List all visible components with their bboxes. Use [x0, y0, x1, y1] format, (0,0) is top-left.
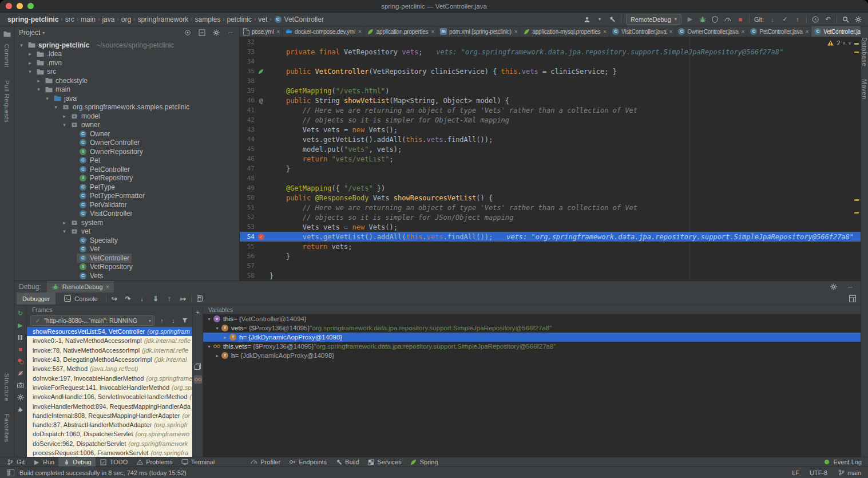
stack-frame[interactable]: doService:962, DispatcherServlet(org.spr…	[27, 439, 192, 448]
code-line-57[interactable]: 57	[240, 261, 861, 271]
tree-item-main[interactable]: ▾main	[14, 85, 239, 94]
chevron-right-icon[interactable]: ▸	[221, 335, 229, 340]
close-tab-icon[interactable]: ×	[514, 29, 518, 35]
close-window-button[interactable]	[6, 3, 12, 9]
tree-item-specialty[interactable]: CSpecialty	[14, 236, 239, 245]
chevron-down-icon[interactable]: ▾	[43, 96, 51, 101]
stack-frame[interactable]: handle:87, AbstractHandlerMethodAdapter(…	[27, 420, 192, 429]
breadcrumb-item-petclinic[interactable]: petclinic	[225, 15, 253, 23]
chevron-right-icon[interactable]: ▸	[26, 60, 34, 66]
toolwindow-button-debug[interactable]: Debug	[58, 457, 95, 467]
code-line-38[interactable]: 38	[240, 76, 861, 86]
tab-console[interactable]: Console	[58, 293, 103, 305]
chevron-down-icon[interactable]: ▾	[61, 122, 68, 128]
variable-row-this[interactable]: ▾vthis = {VetController@14094}	[203, 314, 861, 323]
next-frame-icon[interactable]: ↓	[169, 317, 177, 325]
tool-windows-icon[interactable]	[7, 469, 15, 477]
status-item-utf-8[interactable]: UTF-8	[810, 469, 827, 476]
stack-frame[interactable]: invoke:43, DelegatingMethodAccessorImpl(…	[27, 355, 192, 364]
breakpoint-gutter[interactable]: ✓	[255, 233, 267, 241]
code-line-53[interactable]: 53 Vets vets = new Vets();	[240, 222, 861, 232]
settings-gear-icon[interactable]	[854, 15, 862, 23]
tree-item-idea[interactable]: ▸.idea	[14, 50, 239, 59]
project-panel-title[interactable]: Project	[19, 29, 40, 37]
stack-frame[interactable]: invokeForRequest:141, InvocableHandlerMe…	[27, 383, 192, 392]
run-config-selector[interactable]: RemoteDebug▾	[626, 14, 681, 25]
chevron-right-icon[interactable]: ▸	[35, 78, 42, 84]
code-line-40[interactable]: 40@ public String showVetList(Map<String…	[240, 96, 861, 105]
evaluate-expression-button[interactable]	[194, 294, 205, 304]
code-line-44[interactable]: 44 vets.getVetList().addAll(this.vets.fi…	[240, 135, 861, 144]
chevron-down-icon[interactable]: ▾	[61, 228, 68, 234]
stack-frame[interactable]: doInvoke:197, InvocableHandlerMethod(org…	[27, 373, 192, 382]
code-line-41[interactable]: 41 // Here we are returning an object of…	[240, 105, 861, 115]
hide-icon[interactable]: ─	[227, 29, 235, 37]
chevron-right-icon[interactable]: ▸	[26, 51, 34, 57]
step-over-button[interactable]: ↷	[122, 294, 134, 304]
stop-icon[interactable]: ■	[17, 345, 25, 353]
code-line-54[interactable]: 54✓ vets.getVetList().addAll(this.vets.f…	[240, 232, 861, 242]
stack-frame[interactable]: processRequest:1006, FrameworkServlet(or…	[27, 448, 192, 457]
collapse-all-icon[interactable]	[198, 29, 206, 37]
close-tab-icon[interactable]: ×	[806, 29, 809, 35]
breadcrumb-item-vet[interactable]: vet	[256, 15, 269, 23]
chevron-down-icon[interactable]: ▾	[205, 344, 213, 349]
breadcrumb-item-spring-petclinic[interactable]: spring-petclinic	[6, 15, 60, 23]
stack-frame[interactable]: handleInternal:808, RequestMappingHandle…	[27, 411, 192, 420]
zoom-window-button[interactable]	[27, 3, 34, 9]
variable-row-h[interactable]: ▸fh = {JdkDynamicAopProxy@14098}	[203, 333, 861, 342]
stripe-tab-pull-requests[interactable]: Pull Requests	[3, 80, 10, 123]
dropdown-icon[interactable]: ▾	[596, 15, 604, 23]
chevron-down-icon[interactable]: ▾	[52, 104, 60, 110]
git-push-icon[interactable]: ↑	[794, 15, 802, 23]
restore-layout-button[interactable]	[847, 294, 858, 304]
code-line-58[interactable]: 58}	[240, 271, 861, 281]
chevron-right-icon[interactable]: ▸	[213, 353, 221, 358]
watches-icon[interactable]	[194, 376, 202, 384]
coverage-icon[interactable]	[711, 15, 719, 23]
stack-frame[interactable]: showResourcesVetList:54, VetController(o…	[27, 327, 192, 336]
stack-frame[interactable]: doDispatch:1060, DispatcherServlet(org.s…	[27, 429, 192, 439]
variable-row-vets[interactable]: ▾fvets = {$Proxy136@14095} "org.springfr…	[203, 323, 861, 333]
tree-item-mvn[interactable]: ▸.mvn	[14, 58, 239, 68]
code-line-32[interactable]: 32	[240, 37, 861, 47]
code-line-34[interactable]: 34	[240, 57, 861, 66]
inspection-widget[interactable]: 2 ∧ ∨	[827, 39, 851, 47]
tree-item-vetrepository[interactable]: IVetRepository	[14, 263, 239, 272]
chevron-right-icon[interactable]: ▸	[61, 220, 68, 226]
breadcrumb-item-main[interactable]: main	[79, 15, 97, 23]
run-to-cursor-button[interactable]: ↦	[177, 294, 189, 304]
breadcrumb-item-org[interactable]: org	[120, 15, 133, 23]
git-update-icon[interactable]: ↓	[768, 15, 776, 23]
code-line-43[interactable]: 43 Vets vets = new Vets();	[240, 125, 861, 135]
chevron-right-icon[interactable]: ▸	[61, 113, 68, 119]
close-tab-icon[interactable]: ×	[431, 29, 434, 35]
chevron-down-icon[interactable]: ▾	[213, 326, 221, 331]
stack-frame[interactable]: invoke:78, NativeMethodAccessorImpl(jdk.…	[27, 346, 192, 355]
close-tab-icon[interactable]: ×	[358, 29, 362, 35]
user-icon[interactable]	[583, 15, 591, 23]
status-message[interactable]: Build completed successfully in 8 sec, 7…	[19, 469, 187, 476]
tree-item-vet[interactable]: ▾vet	[14, 227, 239, 236]
code-line-49[interactable]: 49 @GetMapping({ "/vets" })	[240, 183, 861, 193]
view-breakpoints-icon[interactable]	[17, 357, 25, 365]
tree-item-vet[interactable]: CVet	[14, 245, 239, 254]
code-line-39[interactable]: 39 @GetMapping("/vets.html")	[240, 86, 861, 96]
thread-selector[interactable]: ✓ "http-nio-8080-..."main": RUNNING ▾	[30, 315, 154, 326]
prev-warning-icon[interactable]: ∧	[842, 41, 846, 46]
toolwindow-button-run[interactable]: ▶Run	[29, 457, 58, 467]
tree-item-pet[interactable]: CPet	[14, 156, 239, 165]
tree-item-vetcontroller[interactable]: CVetController	[14, 254, 239, 263]
play-icon[interactable]: ▶	[686, 15, 694, 23]
tree-item-owner[interactable]: COwner	[14, 129, 239, 139]
tree-item-visitcontroller[interactable]: CVisitController	[14, 210, 239, 219]
profiler-icon[interactable]	[724, 15, 732, 23]
tree-item-src[interactable]: ▾src	[14, 68, 239, 77]
tree-item-owner[interactable]: ▾owner	[14, 121, 239, 130]
tree-item-petvalidator[interactable]: CPetValidator	[14, 200, 239, 210]
rerun-icon[interactable]: ↻	[17, 309, 25, 317]
editor-tab-vetcontroller-java[interactable]: CVetController.java×	[811, 26, 861, 37]
toolwindow-button-endpoints[interactable]: Endpoints	[284, 457, 331, 467]
stripe-tab-favorites[interactable]: Favorites	[3, 414, 10, 443]
tree-item-org-springframework-samples-petclinic[interactable]: ▾org.springframework.samples.petclinic	[14, 103, 239, 112]
